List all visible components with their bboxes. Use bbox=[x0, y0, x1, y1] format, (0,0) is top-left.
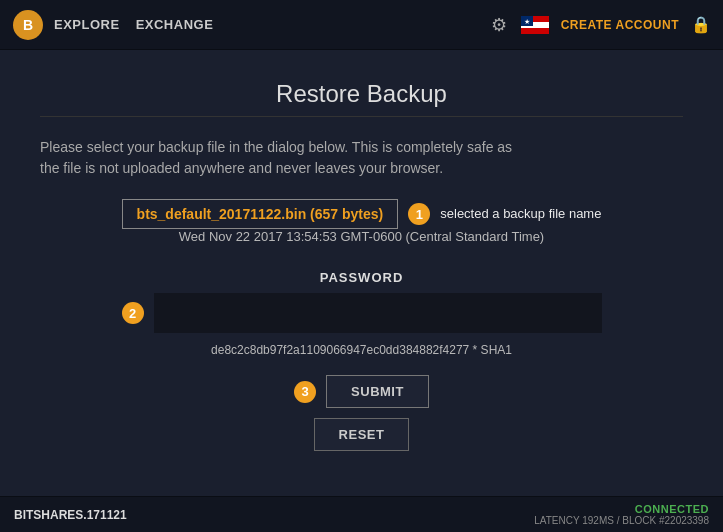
file-size-value: (657 bytes) bbox=[310, 206, 383, 222]
main-content: Restore Backup Please select your backup… bbox=[0, 50, 723, 471]
hash-text: de8c2c8db97f2a1109066947ec0dd384882f4277… bbox=[211, 343, 512, 357]
footer-status: CONNECTED LATENCY 192MS / BLOCK #2202339… bbox=[534, 503, 709, 526]
settings-icon[interactable]: ⚙ bbox=[491, 14, 507, 36]
password-input-row: 2 bbox=[122, 293, 602, 333]
footer-brand: BITSHARES.171121 bbox=[14, 508, 127, 522]
header: B EXPLORE EXCHANGE ⚙ ★ CREATE ACCOUNT 🔒 bbox=[0, 0, 723, 50]
create-account-button[interactable]: CREATE ACCOUNT bbox=[561, 18, 679, 32]
nav-exchange[interactable]: EXCHANGE bbox=[136, 17, 214, 32]
nav-explore[interactable]: EXPLORE bbox=[54, 17, 120, 32]
file-name-text: bts_default_20171122.bin bbox=[137, 206, 307, 222]
submit-button[interactable]: SUBMIT bbox=[326, 375, 429, 408]
lock-icon: 🔒 bbox=[691, 15, 711, 34]
password-input[interactable] bbox=[154, 293, 602, 333]
file-selection-row: bts_default_20171122.bin (657 bytes) 1 s… bbox=[122, 199, 602, 229]
annotation-step1-text: selected a backup file name bbox=[440, 206, 601, 223]
bitshares-logo: B bbox=[12, 9, 44, 41]
submit-row: 3 SUBMIT bbox=[294, 375, 429, 408]
password-label: PASSWORD bbox=[320, 270, 404, 285]
svg-text:B: B bbox=[23, 17, 33, 33]
reset-button[interactable]: RESET bbox=[314, 418, 410, 451]
connected-label: CONNECTED bbox=[534, 503, 709, 515]
password-section: PASSWORD 2 de8c2c8db97f2a1109066947ec0dd… bbox=[40, 270, 683, 451]
file-name-display: bts_default_20171122.bin (657 bytes) bbox=[122, 199, 399, 229]
divider bbox=[40, 116, 683, 117]
page-title: Restore Backup bbox=[40, 80, 683, 108]
svg-rect-4 bbox=[521, 28, 549, 34]
file-area: bts_default_20171122.bin (657 bytes) 1 s… bbox=[40, 199, 683, 258]
annotation-step3-badge: 3 bbox=[294, 381, 316, 403]
buttons-area: 3 SUBMIT RESET bbox=[294, 375, 429, 451]
svg-text:★: ★ bbox=[524, 18, 530, 25]
annotation-step2-badge: 2 bbox=[122, 302, 144, 324]
flag-icon[interactable]: ★ bbox=[521, 16, 549, 34]
file-meta-text: Wed Nov 22 2017 13:54:53 GMT-0600 (Centr… bbox=[179, 229, 544, 244]
annotation-step1-badge: 1 bbox=[408, 203, 430, 225]
footer: BITSHARES.171121 CONNECTED LATENCY 192MS… bbox=[0, 496, 723, 532]
description-text: Please select your backup file in the di… bbox=[40, 137, 520, 179]
footer-info: LATENCY 192MS / BLOCK #22023398 bbox=[534, 515, 709, 526]
